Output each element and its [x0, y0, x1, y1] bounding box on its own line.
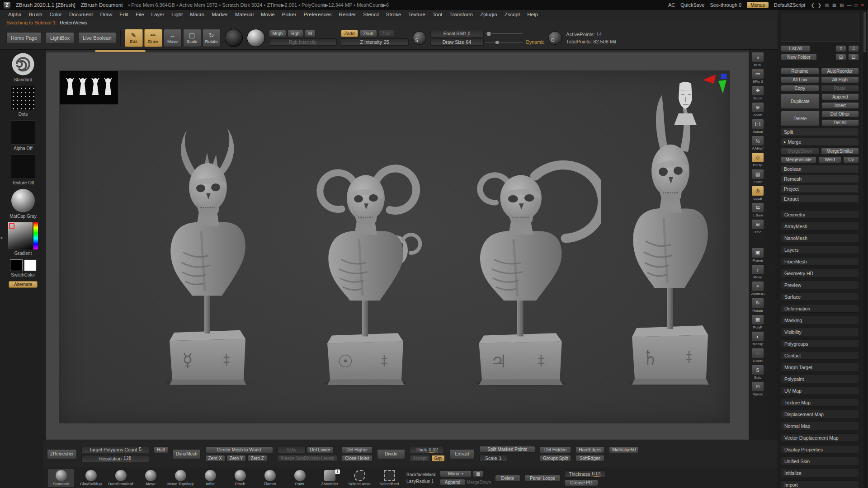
- right-shelf-button[interactable]: ▦ PolyF: [750, 314, 765, 330]
- menu-item[interactable]: Tool: [429, 11, 446, 18]
- axis-x-icon[interactable]: [703, 75, 716, 84]
- panel-scrollbar[interactable]: [862, 10, 867, 488]
- del-other-button[interactable]: Del Other: [821, 111, 859, 117]
- folder-down-icon[interactable]: ⊟: [848, 54, 859, 61]
- window-control-icon[interactable]: ▦: [832, 3, 836, 8]
- mergedown-tray-button[interactable]: MergeDown: [467, 480, 491, 485]
- switch-color[interactable]: SwitchColor: [10, 259, 37, 277]
- quicksave-button[interactable]: QuickSave: [680, 2, 704, 8]
- palette-section-header[interactable]: Contact: [781, 351, 859, 360]
- duplicate-button[interactable]: Duplicate: [781, 94, 820, 109]
- right-shelf-button[interactable]: ⇆ L.Sym: [750, 202, 765, 218]
- list-all-button[interactable]: List All: [781, 45, 811, 52]
- palette-section-header[interactable]: Deformation: [781, 304, 859, 313]
- sculpture-4[interactable]: ♄ ‡: [595, 93, 730, 387]
- palette-section-header[interactable]: FiberMesh: [781, 257, 859, 266]
- window-control-icon[interactable]: ▧: [840, 3, 844, 8]
- brush-item[interactable]: Pinch: [227, 470, 253, 486]
- sdiv-slider[interactable]: SDiv: [278, 446, 306, 453]
- paste-button[interactable]: Paste: [821, 85, 859, 92]
- menu-item[interactable]: Draw: [96, 11, 116, 18]
- zremesher-button[interactable]: ZRemesher: [47, 449, 77, 459]
- panel-loops-button[interactable]: Panel Loops: [524, 475, 561, 482]
- menu-item[interactable]: Zplugin: [476, 11, 501, 18]
- axis-y-icon[interactable]: [718, 80, 726, 94]
- panel-splitter[interactable]: ⋮: [768, 50, 777, 488]
- transform-mode-button[interactable]: ◱ Scale: [183, 29, 201, 47]
- current-material[interactable]: MatCap Gray: [9, 189, 36, 219]
- axis-gizmo[interactable]: [702, 73, 727, 96]
- palette-section-header[interactable]: Normal Map: [781, 422, 859, 430]
- center-mesh-button[interactable]: Center Mesh to World: [205, 446, 273, 453]
- window-control-icon[interactable]: —: [847, 3, 852, 8]
- menu-item[interactable]: Preferences: [300, 11, 335, 18]
- transform-mode-button[interactable]: ↻ Rotate: [203, 29, 221, 47]
- palette-section-header[interactable]: Geometry: [781, 210, 859, 219]
- draw-size-track[interactable]: [485, 42, 523, 42]
- current-texture[interactable]: Texture Off: [11, 155, 35, 185]
- brush-item[interactable]: Inflat: [197, 470, 223, 486]
- axis-z-icon[interactable]: [721, 74, 726, 79]
- window-control-icon[interactable]: ✕: [861, 3, 864, 8]
- insert-button[interactable]: Insert: [821, 102, 859, 109]
- right-shelf-button[interactable]: ◇ Persp: [750, 152, 765, 168]
- right-shelf-button[interactable]: S Solo: [750, 364, 765, 380]
- right-shelf-button[interactable]: ◐ Transp: [750, 331, 765, 347]
- lightbox-button[interactable]: LightBox: [46, 32, 74, 44]
- alternate-button[interactable]: Alternate: [9, 281, 38, 288]
- menu-item[interactable]: Stroke: [382, 11, 405, 18]
- dynamesh-button[interactable]: DynaMesh: [173, 449, 201, 459]
- window-control-icon[interactable]: □: [855, 3, 858, 8]
- see-through-slider[interactable]: See-through 0: [710, 2, 741, 8]
- midvalue-button[interactable]: MidValue50: [609, 446, 639, 453]
- menu-item[interactable]: Color: [46, 11, 65, 18]
- brush-item[interactable]: DamStandard: [108, 470, 134, 486]
- menu-item[interactable]: Macro: [186, 11, 208, 18]
- palette-section-header[interactable]: Unified Skin: [781, 457, 859, 465]
- palette-section-header[interactable]: NanoMesh: [781, 234, 859, 242]
- right-shelf-button[interactable]: 1:1 Actual: [750, 118, 765, 134]
- palette-section-header[interactable]: Initialize: [781, 469, 859, 477]
- material-picker[interactable]: [247, 29, 265, 47]
- split-masked-points-button[interactable]: Split Masked Points: [479, 446, 535, 453]
- palette-section-header[interactable]: ArrayMesh: [781, 222, 859, 230]
- crease-pg-button[interactable]: Crease PG: [565, 479, 598, 486]
- mergesimilar-button[interactable]: MergeSimilar: [821, 148, 859, 155]
- palette-section-header[interactable]: Polygroups: [781, 339, 859, 348]
- window-control-icon[interactable]: ❯: [818, 3, 821, 8]
- brush-item[interactable]: Flatten: [257, 470, 283, 486]
- weld-button[interactable]: Weld: [818, 156, 841, 163]
- divide-button[interactable]: Divide: [377, 449, 405, 459]
- palette-subsection-header[interactable]: Extract: [781, 195, 859, 203]
- palette-section-header[interactable]: Polypaint: [781, 375, 859, 383]
- menu-item[interactable]: Movie: [257, 11, 278, 18]
- menu-item[interactable]: Transform: [446, 11, 476, 18]
- extract-button[interactable]: Extract: [449, 449, 475, 459]
- uv-button[interactable]: Uv: [843, 156, 859, 163]
- zero-z-button[interactable]: Zero Z: [247, 455, 267, 462]
- transform-mode-button[interactable]: ✏ Draw: [144, 29, 162, 47]
- current-brush[interactable]: Standard: [11, 52, 35, 82]
- palette-section-header[interactable]: Visibility: [781, 328, 859, 336]
- menus-button[interactable]: Menus: [747, 2, 769, 8]
- right-shelf-button[interactable]: ◎ Local: [750, 185, 765, 201]
- brush-item[interactable]: 1 ZModeler: [316, 470, 343, 486]
- rename-button[interactable]: Rename: [781, 68, 819, 75]
- mergedown-button[interactable]: MergeDown: [781, 148, 819, 155]
- close-holes-button[interactable]: Close Holes: [342, 455, 373, 462]
- home-page-button[interactable]: Home Page: [6, 32, 42, 44]
- stroke-alpha-picker[interactable]: [225, 29, 243, 47]
- all-low-button[interactable]: All Low: [781, 76, 819, 83]
- sculpture-3[interactable]: ♃ ‡: [439, 130, 601, 387]
- primary-color-swatch[interactable]: [10, 259, 23, 271]
- accept-button[interactable]: Accept: [410, 455, 430, 462]
- subtool-list-box[interactable]: [781, 13, 859, 42]
- secondary-color-swatch[interactable]: [24, 259, 37, 271]
- palette-section-header[interactable]: Geometry HD: [781, 269, 859, 277]
- append-button[interactable]: Append: [821, 94, 859, 100]
- palette-subsection-header[interactable]: Project: [781, 185, 859, 193]
- dynamic-draw-size-toggle[interactable]: Dynamic: [526, 39, 545, 45]
- hardedges-button[interactable]: HardEdges: [576, 446, 604, 453]
- menu-item[interactable]: Texture: [405, 11, 429, 18]
- all-high-button[interactable]: All High: [821, 76, 859, 83]
